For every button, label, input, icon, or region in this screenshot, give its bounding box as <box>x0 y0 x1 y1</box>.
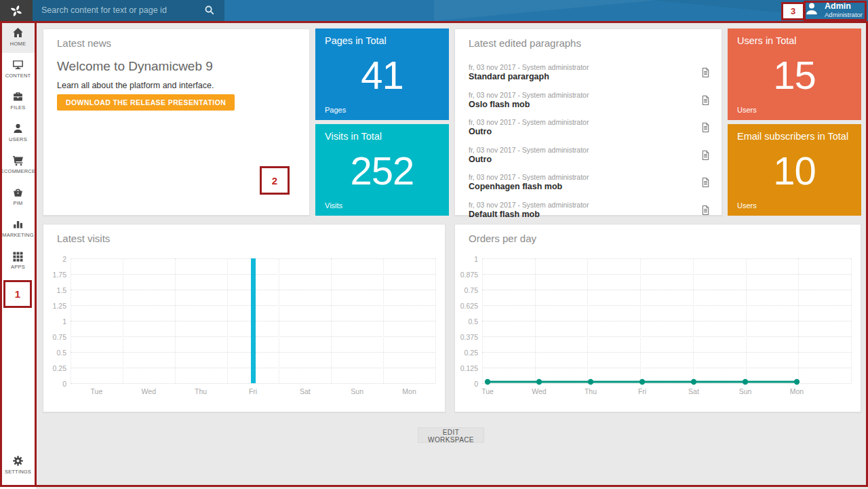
topbar-facet <box>434 0 658 21</box>
tile-value: 252 <box>315 142 449 200</box>
briefcase-icon <box>12 91 24 102</box>
y-tick-label: 0 <box>62 380 66 388</box>
sidebar-item-ecommerce[interactable]: ECOMMERCE <box>0 149 36 180</box>
gridline <box>383 258 384 383</box>
download-presentation-button[interactable]: DOWNLOAD THE RELEASE PRESENTATION <box>57 94 235 111</box>
x-tick-label: Fri <box>638 387 646 395</box>
tile-title: Email subscribers in Total <box>737 131 848 142</box>
plot-area <box>71 258 435 383</box>
x-axis: TueWedThuFriSatSunMon <box>482 387 851 397</box>
gridline <box>435 258 436 383</box>
y-tick-label: 1 <box>62 317 66 326</box>
y-tick-label: 0 <box>474 380 478 388</box>
basket-icon <box>12 187 24 198</box>
tile-label: Users <box>737 201 757 210</box>
paragraph-row[interactable]: fr, 03 nov 2017 - System administratorOu… <box>469 114 713 142</box>
search-input[interactable]: Search content for text or page id <box>33 0 224 21</box>
cart-icon <box>12 155 24 166</box>
search-icon[interactable] <box>204 5 215 18</box>
x-tick-label: Tue <box>91 387 103 395</box>
paragraph-meta: fr, 03 nov 2017 - System administrator <box>469 87 713 99</box>
paragraph-name: Outro <box>469 127 713 136</box>
chart-title: Orders per day <box>469 233 536 244</box>
tile-value: 10 <box>728 142 861 200</box>
sidebar-items: HOMECONTENTFILESUSERSECOMMERCEPIMMARKETI… <box>0 21 36 276</box>
paragraph-row[interactable]: fr, 03 nov 2017 - System administratorOu… <box>469 142 713 170</box>
gridline <box>71 258 71 383</box>
home-icon <box>12 27 24 39</box>
gridline <box>227 258 228 383</box>
sidebar-item-settings[interactable]: SETTINGS <box>0 449 36 481</box>
y-tick-label: 0.25 <box>465 349 478 357</box>
tile-title: Users in Total <box>737 35 797 46</box>
y-tick-label: 1.75 <box>53 271 66 279</box>
sidebar-item-home[interactable]: HOME <box>0 21 36 53</box>
user-menu[interactable]: Admin Administrator <box>804 1 863 19</box>
x-tick-label: Mon <box>402 387 416 395</box>
gridline <box>175 258 176 383</box>
email-subscribers-total-tile[interactable]: Email subscribers in Total 10 Users <box>728 124 861 216</box>
gear-icon <box>12 455 24 467</box>
paragraph-row[interactable]: fr, 03 nov 2017 - System administratorOs… <box>469 87 713 115</box>
document-icon[interactable] <box>701 122 711 134</box>
sidebar-item-files[interactable]: FILES <box>0 85 36 117</box>
user-icon <box>804 1 819 19</box>
news-body: Learn all about the platform and interfa… <box>57 81 214 90</box>
gridline <box>123 258 123 383</box>
bar-chart-icon <box>12 218 24 230</box>
grid-icon <box>12 250 24 262</box>
y-tick-label: 0.75 <box>53 333 66 341</box>
document-icon[interactable] <box>701 205 711 216</box>
paragraph-meta: fr, 03 nov 2017 - System administrator <box>469 197 713 209</box>
document-icon[interactable] <box>701 67 711 79</box>
sidebar-item-pim[interactable]: PIM <box>0 180 36 212</box>
tile-title: Pages in Total <box>325 35 387 46</box>
y-tick-label: 1 <box>474 255 478 263</box>
paragraph-name: Default flash mob <box>469 210 713 219</box>
paragraph-meta: fr, 03 nov 2017 - System administrator <box>469 59 713 71</box>
sidebar-item-label: ECOMMERCE <box>1 168 35 174</box>
sidebar-item-users[interactable]: USERS <box>0 117 36 149</box>
paragraph-meta: fr, 03 nov 2017 - System administrator <box>469 114 713 126</box>
tile-value: 41 <box>315 46 449 104</box>
paragraph-row[interactable]: fr, 03 nov 2017 - System administratorSt… <box>469 59 713 87</box>
y-tick-label: 0.5 <box>56 349 66 357</box>
chart-title: Latest visits <box>57 233 110 244</box>
visits-total-tile[interactable]: Visits in Total 252 Visits <box>315 124 449 216</box>
paragraph-row[interactable]: fr, 03 nov 2017 - System administratorDe… <box>469 197 713 224</box>
y-tick-label: 0.125 <box>460 364 478 372</box>
gridline <box>71 383 435 384</box>
sidebar-item-label: APPS <box>11 264 25 270</box>
paragraph-row[interactable]: fr, 03 nov 2017 - System administratorCo… <box>469 169 713 197</box>
gridline <box>279 258 279 383</box>
dynamicweb-logo-icon[interactable] <box>0 0 33 21</box>
y-tick-label: 0.75 <box>465 286 478 294</box>
news-heading: Welcome to Dynamicweb 9 <box>57 59 213 74</box>
document-icon[interactable] <box>701 177 711 189</box>
bar-fri <box>251 258 256 383</box>
latest-edited-paragraphs-card: Latest edited paragraphs fr, 03 nov 2017… <box>454 28 722 216</box>
edit-workspace-button[interactable]: EDIT WORKSPACE <box>418 427 484 443</box>
sidebar-item-apps[interactable]: APPS <box>0 244 36 276</box>
y-tick-label: 0.5 <box>468 317 478 326</box>
y-tick-label: 0.25 <box>53 364 66 372</box>
y-tick-label: 0.375 <box>460 333 478 341</box>
orders-per-day-chart: Orders per day 10.8750.750.6250.50.3750.… <box>454 224 861 412</box>
sidebar-item-label: SETTINGS <box>5 469 31 475</box>
user-role: Administrator <box>825 11 863 18</box>
sidebar-item-marketing[interactable]: MARKETING <box>0 212 36 244</box>
sidebar-item-label: MARKETING <box>2 232 33 238</box>
document-icon[interactable] <box>701 95 711 106</box>
x-tick-label: Thu <box>585 387 597 395</box>
paragraph-name: Outro <box>469 155 713 164</box>
document-icon[interactable] <box>701 150 711 161</box>
sidebar: HOMECONTENTFILESUSERSECOMMERCEPIMMARKETI… <box>0 21 36 489</box>
card-title: Latest news <box>57 37 111 49</box>
paragraph-list: fr, 03 nov 2017 - System administratorSt… <box>469 59 713 224</box>
sidebar-item-content[interactable]: CONTENT <box>0 53 36 85</box>
monitor-icon <box>12 59 24 71</box>
users-total-tile[interactable]: Users in Total 15 Users <box>728 28 861 120</box>
x-tick-label: Fri <box>249 387 257 395</box>
paragraph-name: Standard parargaph <box>469 72 713 81</box>
pages-total-tile[interactable]: Pages in Total 41 Pages <box>315 28 449 120</box>
